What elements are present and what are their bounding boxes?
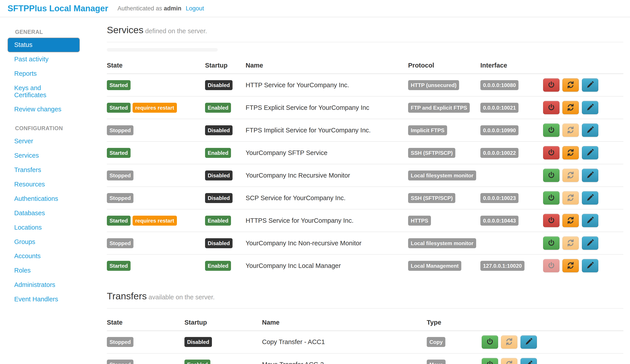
transfers-subtitle: available on the server. [148,294,214,301]
power-button[interactable] [543,124,560,137]
sidebar-item-reports[interactable]: Reports [8,67,79,81]
restart-icon [566,126,574,135]
restart-button[interactable] [562,214,579,227]
type-badge: Copy [427,337,445,347]
edit-button[interactable] [582,191,598,204]
state-badge: Started [107,103,130,113]
sidebar-item-administrators[interactable]: Administrators [8,278,79,292]
sidebar-item-groups[interactable]: Groups [8,235,79,249]
sidebar-item-keys-and-certificates[interactable]: Keys and Certificates [8,81,79,102]
protocol-badge: FTP and Explicit FTPS [408,103,470,113]
sidebar-item-roles[interactable]: Roles [8,264,79,277]
power-icon [547,216,555,225]
power-button[interactable] [543,191,560,204]
restart-button[interactable] [501,336,518,349]
startup-badge: Disabled [205,238,232,248]
power-button[interactable] [543,214,560,227]
restart-icon [566,171,574,180]
restart-button[interactable] [562,146,579,160]
sidebar-list: ServerServicesTransfersResourcesAuthenti… [8,134,107,306]
power-icon [547,103,555,112]
protocol-badge: SSH (SFTP/SCP) [408,193,455,203]
interface-badge: 0.0.0.0:10080 [480,80,518,90]
power-button[interactable] [543,146,560,160]
restart-icon [566,149,574,157]
restart-button[interactable] [501,358,518,364]
divider [107,308,623,309]
column-header-protocol: Protocol [408,52,480,74]
edit-button[interactable] [520,358,537,364]
sidebar-item-transfers[interactable]: Transfers [8,163,79,177]
state-badge: Stopped [107,337,134,347]
edit-button[interactable] [582,236,598,250]
top-navbar: SFTPPlus Local Manager Authenticated as … [0,0,630,17]
state-badge: Stopped [107,193,134,203]
restart-icon [566,81,574,89]
sidebar-section-label: GENERAL [8,26,107,37]
restart-button[interactable] [562,191,579,204]
edit-icon [525,360,533,364]
edit-button[interactable] [582,146,598,160]
edit-icon [586,126,594,135]
sidebar-item-databases[interactable]: Databases [8,206,79,220]
sidebar-item-review-changes[interactable]: Review changes [8,103,79,116]
edit-button[interactable] [582,124,598,137]
protocol-badge: Local filesystem monitor [408,238,476,248]
power-icon [547,126,555,135]
column-header-actions [543,52,623,74]
transfer-name: Copy Transfer - ACC1 [262,331,427,353]
restart-icon [566,194,574,202]
restart-button[interactable] [562,124,579,137]
sidebar-item-services[interactable]: Services [8,149,79,163]
power-icon [486,338,494,346]
edit-icon [586,216,594,225]
edit-button[interactable] [582,169,598,182]
service-name: YourCompany Inc Local Manager [246,254,408,277]
startup-badge: Disabled [205,193,232,203]
edit-icon [586,239,594,248]
power-button[interactable] [543,101,560,114]
restart-button[interactable] [562,78,579,92]
column-header-name: Name [246,52,408,74]
edit-button[interactable] [582,78,598,92]
state-badge: Started [107,261,130,271]
restart-button[interactable] [562,236,579,250]
service-row: Stopped Disabled YourCompany Inc Recursi… [107,164,623,187]
column-header-type: Type [427,309,482,331]
edit-button[interactable] [520,336,537,349]
startup-badge: Disabled [205,171,232,181]
edit-button[interactable] [582,259,598,272]
divider [107,42,623,42]
sidebar-item-status[interactable]: Status [8,38,79,52]
power-button[interactable] [543,169,560,182]
restart-button[interactable] [562,259,579,272]
sidebar-item-event-handlers[interactable]: Event Handlers [8,293,79,306]
edit-button[interactable] [582,101,598,114]
protocol-badge: Local filesystem monitor [408,171,476,181]
restart-button[interactable] [562,169,579,182]
sidebar-item-server[interactable]: Server [8,134,79,148]
power-button[interactable] [543,259,560,272]
sidebar-item-authentications[interactable]: Authentications [8,192,79,206]
auth-info: Authenticated as admin Logout [118,5,204,12]
sidebar-item-past-activity[interactable]: Past activity [8,52,79,66]
logout-link[interactable]: Logout [186,5,204,12]
sidebar-list: StatusPast activityReportsKeys and Certi… [8,38,107,116]
edit-button[interactable] [582,214,598,227]
startup-badge: Disabled [205,80,232,90]
power-button[interactable] [482,336,498,349]
edit-icon [586,171,594,180]
brand-link[interactable]: SFTPPlus Local Manager [8,4,108,13]
power-button[interactable] [543,78,560,92]
protocol-badge: Implicit FTPS [408,125,447,136]
protocol-badge: Local Management [408,261,461,271]
power-button[interactable] [482,358,498,364]
column-header-state: State [107,309,184,331]
sidebar-item-resources[interactable]: Resources [8,178,79,191]
power-button[interactable] [543,236,560,250]
sidebar-item-locations[interactable]: Locations [8,221,79,234]
restart-button[interactable] [562,101,579,114]
auth-prefix: Authenticated as [118,5,162,12]
sidebar-item-accounts[interactable]: Accounts [8,249,79,263]
service-name: YourCompany SFTP Service [246,142,408,164]
